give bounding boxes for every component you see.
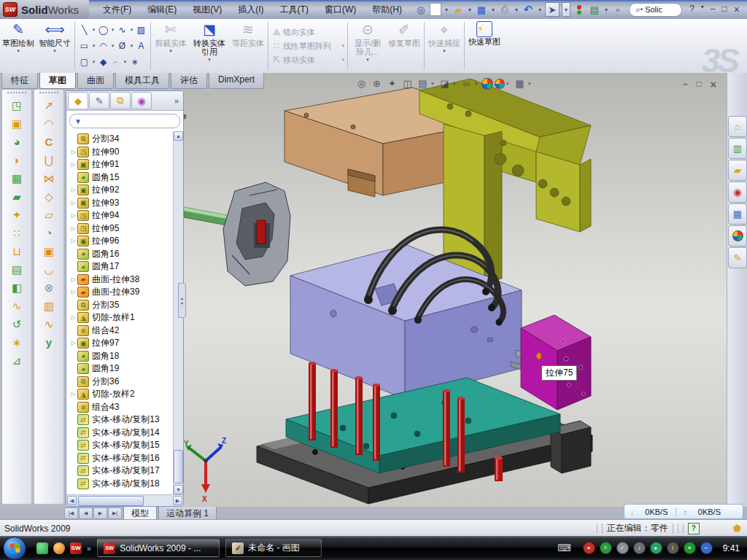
tab-mold-tools[interactable]: 模具工具 (115, 73, 169, 89)
quick-tips-icon[interactable] (688, 523, 700, 534)
trim-caret-icon[interactable] (169, 48, 172, 54)
overflow-icon[interactable] (611, 3, 624, 16)
sketch-text-icon[interactable] (135, 41, 147, 51)
toolbar-a-icon-3[interactable] (8, 133, 26, 151)
quick-snaps-button[interactable]: 快速捕捉 (426, 19, 462, 73)
menu-file[interactable]: 文件(F) (96, 1, 138, 18)
menu-insert[interactable]: 插入(I) (231, 1, 270, 18)
panel-tabs-chevron-icon[interactable]: » (174, 96, 182, 105)
tree-item[interactable]: 曲面-拉伸39 (69, 286, 173, 299)
home-icon[interactable] (728, 116, 747, 137)
options-list-icon[interactable] (588, 3, 601, 16)
line-icon[interactable] (78, 25, 90, 35)
expand-arrow[interactable] (69, 161, 77, 168)
toolbar-a-icon-15[interactable] (8, 351, 26, 370)
view-settings-caret-icon[interactable] (528, 81, 533, 87)
expand-arrow[interactable] (69, 391, 77, 397)
toolbar-b-icon-3[interactable] (40, 133, 58, 151)
select-region-icon[interactable] (135, 25, 147, 35)
toolbar-a-icon-1[interactable] (8, 96, 26, 114)
dimxpert-manager-tab-icon[interactable] (131, 92, 152, 109)
apply-scene-caret-icon[interactable] (506, 81, 511, 87)
previous-tab-icon[interactable] (79, 508, 93, 519)
more-chevron-icon[interactable] (87, 544, 91, 553)
tree-item[interactable]: 组合42 (69, 324, 173, 338)
view-settings-icon[interactable] (513, 77, 527, 90)
menu-edit[interactable]: 编辑(E) (141, 1, 183, 18)
feature-manager-tab-icon[interactable] (68, 92, 88, 109)
updater-gear-icon[interactable] (616, 542, 629, 554)
previous-view-icon[interactable] (385, 77, 399, 90)
antivirus-red-shield-icon[interactable] (583, 542, 595, 554)
tag-icon[interactable] (733, 523, 741, 534)
arc-caret-icon[interactable] (109, 43, 116, 49)
menu-window[interactable]: 窗口(W) (318, 1, 363, 18)
tree-item[interactable]: 实体-移动/复制14 (69, 427, 173, 440)
tab-features[interactable]: 特征 (1, 73, 38, 89)
display-delete-caret-icon[interactable] (366, 57, 369, 63)
expand-arrow[interactable] (69, 238, 77, 244)
tab-surfaces[interactable]: 曲面 (77, 73, 114, 89)
taskbar-item-paint[interactable]: 🖌 未命名 - 画图 (225, 539, 322, 557)
new-caret-icon[interactable] (444, 3, 449, 16)
keyboard-layout-icon[interactable] (557, 542, 571, 553)
help-caret-icon[interactable] (701, 4, 704, 15)
sketch-button[interactable]: 草图绘制 (0, 19, 36, 73)
graphics-viewport[interactable]: Y Z X 拉伸75 (184, 73, 727, 507)
toolbar-a-icon-12[interactable] (8, 297, 26, 315)
solidworks-launcher-icon[interactable]: SW (70, 542, 82, 554)
tree-filter-input[interactable] (69, 114, 180, 128)
toolbar-a-icon-2[interactable] (8, 114, 26, 133)
tree-item[interactable]: 实体-移动/复制17 (69, 464, 173, 478)
display-style-caret-icon[interactable] (453, 81, 458, 87)
configuration-manager-tab-icon[interactable] (110, 92, 131, 109)
sketch-caret-icon[interactable] (17, 48, 20, 54)
view-palette-icon[interactable] (728, 203, 747, 225)
taskbar-item-solidworks[interactable]: SW SolidWorks 2009 - ... (97, 539, 220, 557)
zoom-to-area-icon[interactable] (370, 77, 384, 90)
point-icon[interactable] (128, 57, 141, 67)
convert-caret-icon[interactable] (208, 57, 211, 63)
tree-item[interactable]: 分割36 (69, 376, 173, 389)
menu-view[interactable]: 视图(V) (186, 1, 228, 18)
volume-icon[interactable] (633, 542, 646, 554)
toolbar-a-icon-14[interactable] (8, 333, 26, 351)
toolbar-b-icon-1[interactable] (40, 96, 58, 114)
print-caret-icon[interactable] (514, 3, 519, 16)
expand-arrow[interactable] (69, 200, 77, 206)
toolbar-a-icon-5[interactable] (8, 169, 26, 187)
messenger-icon[interactable] (36, 542, 48, 554)
circle-icon[interactable] (97, 25, 109, 35)
toolbar-b-icon-5[interactable] (40, 169, 58, 187)
select-icon[interactable] (545, 2, 560, 17)
insert-block-magenta[interactable] (521, 315, 591, 410)
arc-icon[interactable] (97, 41, 109, 51)
tree-item[interactable]: 圆角16 (69, 248, 173, 261)
toolbar-b-icon-14[interactable] (40, 333, 58, 351)
smart-dimension-caret-icon[interactable] (53, 48, 56, 54)
slot-icon[interactable] (78, 57, 90, 67)
print-icon[interactable] (498, 3, 511, 16)
expand-arrow[interactable] (69, 314, 77, 321)
toolbar-b-icon-8[interactable] (40, 224, 58, 242)
model-canvas[interactable]: Y Z X (184, 73, 727, 507)
warning-icon[interactable] (667, 542, 679, 554)
ellipse-caret-icon[interactable] (128, 43, 135, 49)
tree-item[interactable]: 圆角18 (69, 350, 173, 363)
tree-item[interactable]: 切除-放样1 (69, 311, 173, 324)
tree-horizontal-scrollbar[interactable] (66, 494, 183, 506)
security-green-shield-icon[interactable] (600, 542, 612, 554)
toolbar-a-icon-11[interactable] (8, 279, 26, 297)
toolbar-a-icon-7[interactable] (8, 206, 26, 224)
appearances-icon[interactable] (728, 225, 747, 246)
hide-show-caret-icon[interactable] (475, 81, 480, 87)
minimize-icon[interactable] (711, 4, 716, 15)
tree-item[interactable]: 拉伸91 (69, 158, 173, 171)
toolbar-a-icon-9[interactable] (8, 242, 26, 260)
tree-item[interactable]: 拉伸97 (69, 337, 173, 350)
tree-item[interactable]: 拉伸95 (69, 222, 173, 236)
network-speed-widget[interactable]: 0KB/S 0KB/S (624, 504, 743, 519)
linear-pattern-button[interactable]: 线性草图阵列 (270, 39, 346, 52)
spline-icon[interactable] (116, 25, 128, 35)
offset-entities-button[interactable]: 等距实体 (230, 19, 266, 73)
